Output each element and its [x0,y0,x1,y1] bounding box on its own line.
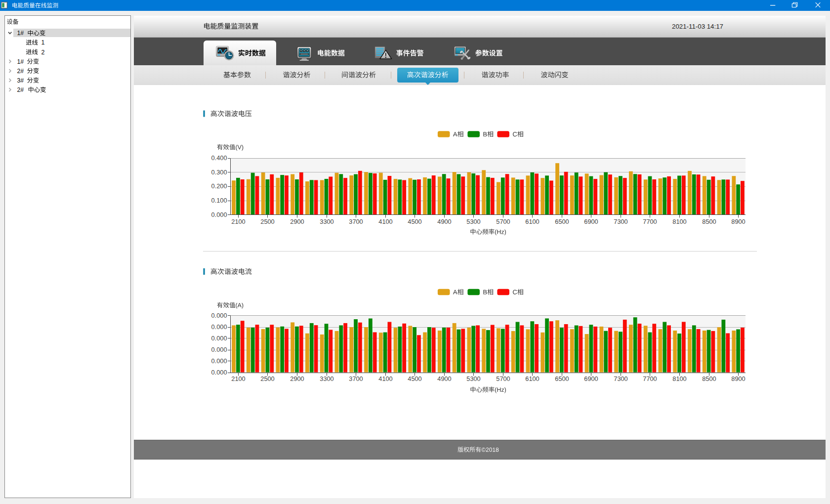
svg-text:1: 1 [42,39,45,46]
svg-text:1#: 1# [17,30,24,37]
svg-text:6100: 6100 [525,218,539,225]
svg-text:8100: 8100 [672,375,686,382]
svg-text:5300: 5300 [466,375,480,382]
svg-text:0.000: 0.000 [211,312,227,319]
svg-text:8500: 8500 [702,218,716,225]
svg-text:4100: 4100 [378,218,392,225]
svg-text:3700: 3700 [349,218,363,225]
svg-text:8900: 8900 [731,375,745,382]
svg-text:0.000: 0.000 [211,335,227,342]
svg-text:2100: 2100 [231,375,245,382]
svg-text:0.000: 0.000 [211,357,227,365]
svg-text:0.100: 0.100 [211,197,227,204]
svg-text:6100: 6100 [525,375,539,382]
svg-text:3300: 3300 [320,218,333,225]
svg-text:4500: 4500 [408,375,421,382]
svg-text:7300: 7300 [614,375,627,382]
svg-text:8100: 8100 [672,218,686,225]
svg-text:0.000: 0.000 [211,369,227,376]
svg-text:2100: 2100 [231,218,245,225]
svg-text:7300: 7300 [614,218,627,225]
svg-text:8900: 8900 [731,218,745,225]
svg-text:2: 2 [42,49,45,56]
svg-text:7700: 7700 [643,218,657,225]
svg-text:4900: 4900 [437,218,451,225]
svg-text:2900: 2900 [290,218,304,225]
svg-text:5700: 5700 [496,218,510,225]
svg-text:3#: 3# [17,77,24,84]
svg-text:0.000: 0.000 [211,323,227,331]
svg-text:8500: 8500 [702,375,716,382]
svg-text:3700: 3700 [349,375,363,382]
svg-text:2500: 2500 [260,375,274,382]
svg-text:6500: 6500 [555,218,569,225]
svg-text:6500: 6500 [555,375,569,382]
svg-text:5300: 5300 [466,218,480,225]
svg-text:4900: 4900 [437,375,451,382]
svg-text:0.000: 0.000 [211,346,227,353]
svg-text:4500: 4500 [408,218,421,225]
svg-text:4100: 4100 [378,375,392,382]
svg-text:2021-11-03 14:17: 2021-11-03 14:17 [672,23,723,30]
svg-text:0.200: 0.200 [211,182,227,190]
svg-text:6900: 6900 [584,375,598,382]
svg-text:2500: 2500 [260,218,274,225]
svg-text:2#: 2# [17,86,24,93]
svg-text:0.400: 0.400 [211,154,227,162]
svg-text:5700: 5700 [496,375,510,382]
svg-text:2#: 2# [17,68,24,75]
svg-text:6900: 6900 [584,218,598,225]
svg-text:0.000: 0.000 [211,211,227,218]
svg-text:0.300: 0.300 [211,168,227,176]
svg-text:1#: 1# [17,58,24,65]
svg-text:2900: 2900 [290,375,304,382]
svg-text:7700: 7700 [643,375,657,382]
svg-text:3300: 3300 [320,375,333,382]
